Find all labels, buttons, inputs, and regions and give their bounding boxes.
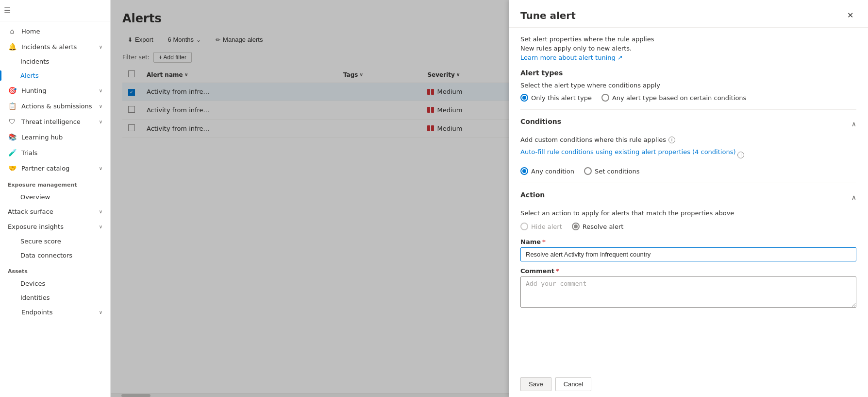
name-form-group: Name * <box>520 238 856 261</box>
sidebar-item-alerts-label: Alerts <box>20 72 39 79</box>
sidebar-item-learning-hub[interactable]: 📚 Learning hub <box>0 129 110 145</box>
comment-label: Comment * <box>520 267 856 275</box>
conditions-desc: Add custom conditions where this rule ap… <box>520 136 666 143</box>
alert-types-section: Alert types Select the alert type where … <box>520 69 856 102</box>
chevron-down-icon: ∨ <box>99 310 102 315</box>
sidebar-item-threat-intelligence[interactable]: 🛡 Threat intelligence ∨ <box>0 114 110 129</box>
sidebar-item-endpoints-label: Endpoints <box>21 309 53 316</box>
sidebar-item-hunting-label: Hunting <box>21 87 46 94</box>
panel-footer: Save Cancel <box>509 371 868 397</box>
sidebar-item-incidents-alerts-label: Incidents & alerts <box>21 43 77 51</box>
chevron-up-icon[interactable]: ∧ <box>851 120 856 128</box>
sidebar-item-incidents[interactable]: Incidents <box>0 54 110 69</box>
alert-types-radio-group: Only this alert type Any alert type base… <box>520 94 856 102</box>
action-radio-group: Hide alert Resolve alert <box>520 223 856 230</box>
action-title: Action <box>520 191 545 199</box>
sidebar-item-partner-label: Partner catalog <box>21 165 69 172</box>
radio-set-conditions-label: Set conditions <box>595 168 639 175</box>
section-divider <box>520 109 856 110</box>
sidebar-item-data-connectors[interactable]: Data connectors <box>0 248 110 262</box>
sidebar-item-home-label: Home <box>21 28 40 35</box>
sidebar-item-identities[interactable]: Identities <box>0 291 110 305</box>
alerts-icon: 🔔 <box>8 43 17 51</box>
radio-circle-empty <box>601 94 609 102</box>
conditions-header: Conditions ∧ <box>520 118 856 130</box>
radio-resolve-alert[interactable]: Resolve alert <box>572 223 624 230</box>
alert-types-desc: Select the alert type where conditions a… <box>520 82 856 89</box>
sidebar-item-actions-label: Actions & submissions <box>21 103 92 110</box>
radio-circle-filled <box>520 94 528 102</box>
radio-set-conditions[interactable]: Set conditions <box>584 167 639 175</box>
sidebar-item-attack-surface[interactable]: Attack surface ∨ <box>0 204 110 219</box>
radio-any-type-label: Any alert type based on certain conditio… <box>612 94 746 102</box>
name-input[interactable] <box>520 247 856 261</box>
exposure-management-section: Exposure management <box>0 176 110 190</box>
hunting-icon: 🎯 <box>8 86 17 94</box>
main-content: Alerts ⬇ Export 6 Months ⌄ ✏ Manage aler… <box>111 0 868 397</box>
chevron-down-icon: ∨ <box>99 119 102 124</box>
sidebar-item-hunting[interactable]: 🎯 Hunting ∨ <box>0 83 110 98</box>
sidebar-item-devices[interactable]: Devices <box>0 276 110 291</box>
home-icon: ⌂ <box>8 27 17 35</box>
chevron-down-icon: ∨ <box>99 209 102 214</box>
sidebar-item-alerts[interactable]: Alerts <box>0 69 110 83</box>
sidebar-item-threat-label: Threat intelligence <box>21 118 81 125</box>
save-button[interactable]: Save <box>520 377 551 391</box>
conditions-section: Conditions ∧ Add custom conditions where… <box>520 118 856 175</box>
name-label: Name * <box>520 238 856 245</box>
info-icon[interactable]: i <box>668 137 675 143</box>
sidebar-item-trials[interactable]: 🧪 Trials <box>0 145 110 160</box>
required-star: * <box>542 238 546 245</box>
sidebar-item-endpoints[interactable]: Endpoints ∨ <box>0 305 110 320</box>
comment-textarea[interactable] <box>520 276 856 308</box>
radio-circle-gray <box>572 223 580 230</box>
external-link-icon: ↗ <box>618 54 623 61</box>
info-icon-auto[interactable]: i <box>737 152 744 158</box>
chevron-down-icon: ∨ <box>99 88 102 93</box>
learn-more-link[interactable]: Learn more about alert tuning ↗ <box>520 54 856 61</box>
sidebar-item-overview[interactable]: Overview <box>0 190 110 204</box>
tune-alert-panel: Tune alert ✕ Set alert properties where … <box>509 0 868 397</box>
conditions-title: Conditions <box>520 118 561 125</box>
sidebar-item-learning-label: Learning hub <box>21 134 63 141</box>
sidebar-item-home[interactable]: ⌂ Home <box>0 23 110 39</box>
sidebar-item-attack-label: Attack surface <box>8 208 53 215</box>
radio-any-alert-type[interactable]: Any alert type based on certain conditio… <box>601 94 746 102</box>
radio-hide-alert[interactable]: Hide alert <box>520 223 562 230</box>
sidebar-item-actions-submissions[interactable]: 📋 Actions & submissions ∨ <box>0 98 110 114</box>
close-panel-button[interactable]: ✕ <box>844 10 856 21</box>
radio-only-this-label: Only this alert type <box>531 94 592 102</box>
chevron-down-icon: ∨ <box>99 104 102 109</box>
learning-icon: 📚 <box>8 133 17 141</box>
action-section: Action ∧ Select an action to apply for a… <box>520 191 856 309</box>
sidebar-item-exposure-label: Exposure insights <box>8 223 64 230</box>
radio-any-condition-label: Any condition <box>531 168 574 175</box>
sidebar-item-exposure-insights[interactable]: Exposure insights ∨ <box>0 219 110 234</box>
sidebar-item-overview-label: Overview <box>20 193 50 201</box>
chevron-up-icon[interactable]: ∧ <box>851 193 856 201</box>
cancel-button[interactable]: Cancel <box>555 377 591 391</box>
learn-more-label: Learn more about alert tuning <box>520 54 616 61</box>
radio-resolve-label: Resolve alert <box>583 223 624 230</box>
radio-circle-empty <box>584 167 592 175</box>
partner-icon: 🤝 <box>8 164 17 172</box>
alert-types-title: Alert types <box>520 69 856 77</box>
panel-title: Tune alert <box>520 10 576 21</box>
sidebar-item-trials-label: Trials <box>21 149 37 156</box>
threat-icon: 🛡 <box>8 118 17 125</box>
radio-circle-filled <box>520 167 528 175</box>
action-header: Action ∧ <box>520 191 856 204</box>
sidebar-header: ☰ <box>0 0 110 21</box>
sidebar-item-data-connectors-label: Data connectors <box>20 252 72 259</box>
sidebar-nav: ⌂ Home 🔔 Incidents & alerts ∨ Incidents … <box>0 21 110 397</box>
panel-header: Tune alert ✕ <box>509 0 868 28</box>
sidebar-item-incidents-alerts[interactable]: 🔔 Incidents & alerts ∨ <box>0 39 110 54</box>
radio-any-condition[interactable]: Any condition <box>520 167 574 175</box>
sidebar-item-partner-catalog[interactable]: 🤝 Partner catalog ∨ <box>0 160 110 176</box>
auto-fill-link[interactable]: Auto-fill rule conditions using existing… <box>520 148 735 155</box>
section-divider <box>520 183 856 183</box>
panel-desc-line1: Set alert properties where the rule appl… <box>520 35 856 43</box>
hamburger-icon[interactable]: ☰ <box>4 6 11 15</box>
sidebar-item-secure-score[interactable]: Secure score <box>0 234 110 248</box>
radio-only-this-alert-type[interactable]: Only this alert type <box>520 94 592 102</box>
